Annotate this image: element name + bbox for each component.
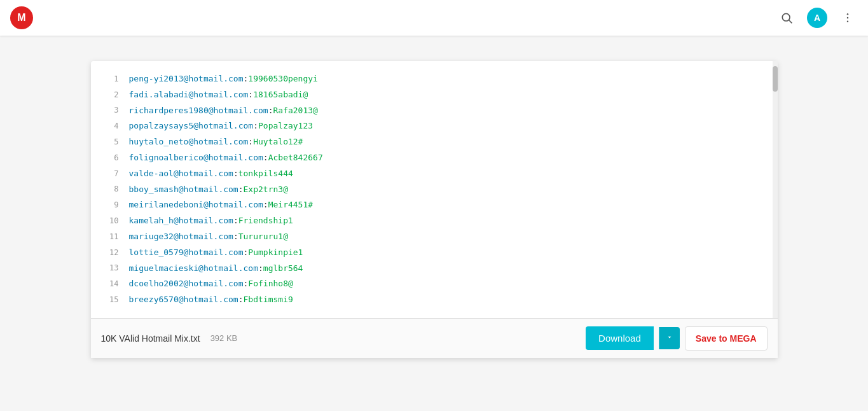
line-email: mariuge32@hotmail.com: [129, 230, 233, 244]
footer-actions: Download Save to MEGA: [586, 326, 767, 351]
line-email: huytalo_neto@hotmail.com: [129, 136, 249, 149]
line-number: 10: [96, 215, 119, 227]
table-row: 8bboy_smash@hotmail.com:Exp2trn3@: [91, 182, 778, 198]
line-separator: :: [233, 167, 238, 181]
table-row: 2fadi.alabadi@hotmail.com:18165abadi@: [91, 87, 778, 103]
file-name: 10K VAlid Hotmail Mix.txt: [101, 333, 200, 344]
main-content: 1peng-yi2013@hotmail.com:19960530pengyi2…: [0, 36, 868, 384]
svg-point-3: [847, 17, 849, 19]
line-password: Friendship1: [238, 214, 293, 228]
navbar: M A: [0, 0, 868, 36]
download-button[interactable]: Download: [586, 326, 654, 350]
save-mega-label: MEGA: [730, 333, 757, 344]
search-icon[interactable]: [776, 8, 797, 28]
save-to-mega-button[interactable]: Save to MEGA: [685, 326, 768, 351]
line-password: mglbr564: [263, 262, 303, 275]
line-email: kamelah_h@hotmail.com: [129, 214, 233, 228]
line-password: Pumpkinpie1: [248, 246, 303, 260]
text-content: 1peng-yi2013@hotmail.com:19960530pengyi2…: [91, 61, 778, 318]
download-dropdown-button[interactable]: [659, 327, 680, 349]
scrollbar-thumb[interactable]: [773, 66, 778, 92]
line-number: 6: [96, 152, 119, 164]
line-number: 3: [96, 104, 119, 116]
avatar-letter: A: [814, 13, 820, 23]
svg-point-4: [847, 21, 849, 23]
line-separator: :: [263, 199, 268, 212]
file-viewer: 1peng-yi2013@hotmail.com:19960530pengyi2…: [91, 61, 778, 358]
line-separator: :: [238, 183, 244, 197]
line-separator: :: [248, 88, 253, 102]
table-row: 1peng-yi2013@hotmail.com:19960530pengyi: [91, 71, 778, 87]
line-email: popalzaysays5@hotmail.com: [129, 120, 254, 133]
svg-point-0: [782, 13, 790, 21]
line-separator: :: [248, 136, 253, 149]
table-row: 7valde-aol@hotmail.com:tonkpils444: [91, 166, 778, 182]
line-separator: :: [244, 73, 249, 86]
line-password: tonkpils444: [238, 167, 293, 181]
line-separator: :: [263, 151, 268, 165]
line-email: richardperes1980@hotmail.com: [129, 104, 268, 118]
file-info: 10K VAlid Hotmail Mix.txt 392 KB: [101, 333, 238, 344]
svg-point-2: [847, 13, 849, 15]
save-label: Save to: [696, 333, 730, 344]
scrollbar[interactable]: [773, 61, 778, 318]
line-number: 12: [96, 247, 119, 259]
table-row: 3richardperes1980@hotmail.com:Rafa2013@: [91, 103, 778, 119]
line-number: 8: [96, 183, 119, 195]
file-size: 392 KB: [210, 333, 238, 343]
line-password: Exp2trn3@: [244, 183, 288, 197]
line-email: breezy6570@hotmail.com: [129, 293, 238, 307]
line-email: miguelmacieski@hotmail.com: [129, 262, 259, 275]
line-password: Huytalo12#: [253, 136, 303, 149]
line-number: 1: [96, 73, 119, 85]
line-separator: :: [233, 230, 238, 244]
line-separator: :: [244, 277, 249, 291]
navbar-left: M: [10, 6, 33, 29]
line-email: lottie_0579@hotmail.com: [129, 246, 244, 260]
line-password: Meir4451#: [268, 199, 313, 212]
logo-letter: M: [17, 12, 25, 24]
table-row: 10kamelah_h@hotmail.com:Friendship1: [91, 213, 778, 229]
user-avatar[interactable]: A: [807, 8, 827, 28]
table-row: 12lottie_0579@hotmail.com:Pumpkinpie1: [91, 245, 778, 261]
line-password: Fbdtimsmi9: [244, 293, 293, 307]
table-row: 11mariuge32@hotmail.com:Turururu1@: [91, 229, 778, 245]
line-password: Popalzay123: [258, 120, 313, 133]
line-email: peng-yi2013@hotmail.com: [129, 73, 244, 86]
svg-line-1: [789, 20, 792, 24]
line-separator: :: [238, 293, 244, 307]
table-row: 14dcoelho2002@hotmail.com:Fofinho8@: [91, 276, 778, 292]
table-row: 15breezy6570@hotmail.com:Fbdtimsmi9: [91, 292, 778, 308]
line-number: 9: [96, 199, 119, 211]
line-password: Rafa2013@: [273, 104, 317, 118]
line-password: Turururu1@: [238, 230, 288, 244]
line-number: 5: [96, 136, 119, 148]
table-row: 5huytalo_neto@hotmail.com:Huytalo12#: [91, 134, 778, 150]
line-password: Acbet842667: [268, 151, 323, 165]
line-password: 19960530pengyi: [248, 73, 318, 86]
navbar-right: A: [776, 8, 858, 28]
line-separator: :: [244, 246, 249, 260]
line-separator: :: [268, 104, 273, 118]
line-number: 7: [96, 168, 119, 180]
line-email: fadi.alabadi@hotmail.com: [129, 88, 249, 102]
table-row: 13miguelmacieski@hotmail.com:mglbr564: [91, 261, 778, 277]
line-email: bboy_smash@hotmail.com: [129, 183, 238, 197]
line-number: 13: [96, 262, 119, 274]
line-number: 2: [96, 89, 119, 101]
line-separator: :: [258, 262, 263, 275]
table-row: 6folignoalberico@hotmail.com:Acbet842667: [91, 150, 778, 166]
line-number: 4: [96, 120, 119, 132]
line-email: meirilanedeboni@hotmail.com: [129, 199, 263, 212]
line-number: 14: [96, 278, 119, 290]
mega-logo[interactable]: M: [10, 6, 33, 29]
line-separator: :: [233, 214, 238, 228]
line-email: dcoelho2002@hotmail.com: [129, 277, 244, 291]
line-container: 1peng-yi2013@hotmail.com:19960530pengyi2…: [91, 71, 778, 308]
line-email: folignoalberico@hotmail.com: [129, 151, 263, 165]
line-password: Fofinho8@: [248, 277, 293, 291]
line-separator: :: [253, 120, 258, 133]
file-footer: 10K VAlid Hotmail Mix.txt 392 KB Downloa…: [91, 318, 778, 358]
more-options-icon[interactable]: [837, 8, 858, 28]
table-row: 9meirilanedeboni@hotmail.com:Meir4451#: [91, 197, 778, 213]
